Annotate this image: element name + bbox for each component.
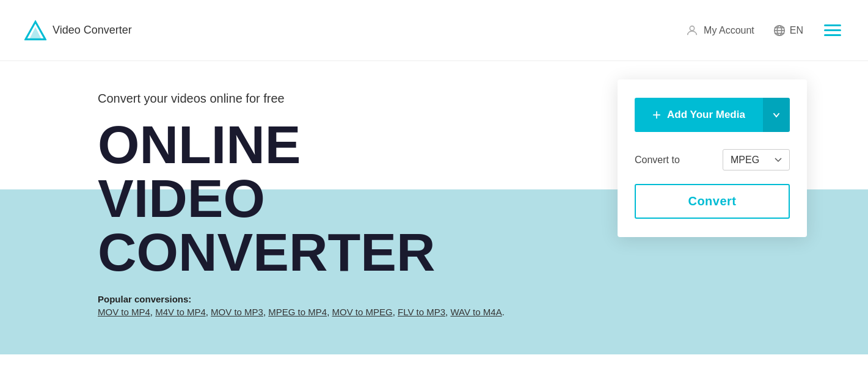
popular-link-wav-m4a[interactable]: WAV to M4A	[450, 307, 501, 317]
site-header: Video Converter My Account EN	[0, 0, 868, 61]
popular-link-flv-mp3[interactable]: FLV to MP3	[398, 307, 445, 317]
logo-icon	[24, 20, 46, 42]
hamburger-line-2	[824, 29, 841, 31]
add-media-row: + Add Your Media	[635, 98, 790, 132]
lang-label: EN	[790, 25, 803, 36]
add-media-button[interactable]: + Add Your Media	[635, 98, 763, 132]
my-account-button[interactable]: My Account	[685, 24, 754, 37]
hamburger-menu[interactable]	[822, 22, 844, 38]
main-content: Convert your videos online for free ONLI…	[0, 61, 868, 388]
logo[interactable]: Video Converter	[24, 20, 132, 42]
popular-link-m4v-mp4[interactable]: M4V to MP4	[155, 307, 206, 317]
format-select[interactable]: MPEG MP4 MP3 AVI MOV MKV WMV FLV M4V AAC	[723, 149, 790, 170]
popular-link-mov-mp4[interactable]: MOV to MP4	[98, 307, 150, 317]
logo-text: Video Converter	[53, 24, 132, 37]
converter-card: + Add Your Media Convert to MPEG MP4 MP3…	[618, 79, 807, 237]
svg-point-1	[690, 26, 694, 30]
hamburger-line-3	[824, 34, 841, 36]
popular-links-list: MOV to MP4, M4V to MP4, MOV to MP3, MPEG…	[98, 307, 868, 317]
globe-icon	[773, 24, 786, 37]
my-account-label: My Account	[704, 25, 754, 36]
convert-to-row: Convert to MPEG MP4 MP3 AVI MOV MKV WMV …	[635, 149, 790, 170]
hamburger-line-1	[824, 24, 841, 26]
convert-button-label: Convert	[688, 194, 736, 208]
popular-link-mov-mpeg[interactable]: MOV to MPEG	[332, 307, 392, 317]
language-selector[interactable]: EN	[773, 24, 803, 37]
popular-link-mov-mp3[interactable]: MOV to MP3	[211, 307, 263, 317]
add-media-label: Add Your Media	[667, 109, 745, 121]
popular-label: Popular conversions:	[98, 294, 191, 304]
popular-link-mpeg-mp4[interactable]: MPEG to MP4	[268, 307, 327, 317]
plus-icon: +	[652, 108, 661, 122]
chevron-down-icon	[773, 112, 780, 118]
person-icon	[685, 24, 699, 37]
popular-conversions: Popular conversions: MOV to MP4, M4V to …	[0, 294, 868, 317]
convert-to-label: Convert to	[635, 155, 680, 166]
add-media-dropdown-button[interactable]	[763, 98, 790, 132]
convert-button[interactable]: Convert	[635, 184, 790, 219]
header-right: My Account EN	[685, 22, 844, 38]
